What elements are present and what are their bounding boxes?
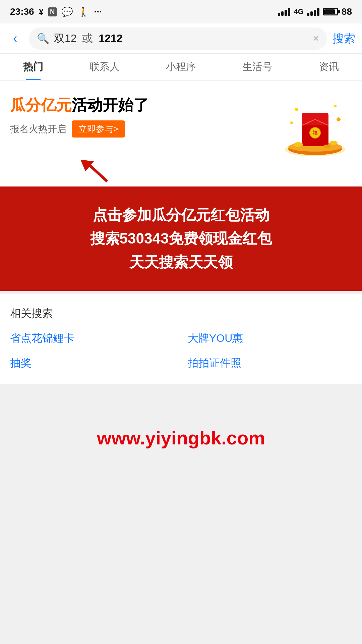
promo-subtitle: 报名火热开启 立即参与> <box>10 120 278 138</box>
walk-icon: 🚶 <box>78 6 89 17</box>
search-button[interactable]: 搜索 <box>333 31 355 46</box>
svg-point-11 <box>337 117 341 121</box>
svg-point-12 <box>290 121 293 124</box>
svg-point-14 <box>329 141 338 145</box>
status-right: 4G 88 <box>278 6 352 17</box>
search-query-display: 双12 或 1212 <box>54 31 308 46</box>
yuan-icon: ¥ <box>39 7 44 17</box>
main-content: 瓜分亿元活动开始了 报名火热开启 立即参与> <box>0 80 362 291</box>
search-query2: 1212 <box>99 32 122 44</box>
website-url[interactable]: www.yiyingbk.com <box>97 427 265 449</box>
red-promo-line1: 点击参加瓜分亿元红包活动 <box>10 203 352 227</box>
signal-icon-2 <box>307 8 319 16</box>
red-promo-box: 点击参加瓜分亿元红包活动 搜索530343免费领现金红包 天天搜索天天领 <box>0 186 362 291</box>
related-section-title: 相关搜索 <box>10 306 352 321</box>
svg-point-10 <box>334 105 337 107</box>
chat-icon: 💬 <box>61 6 73 17</box>
battery-icon <box>323 8 338 15</box>
promo-banner: 瓜分亿元活动开始了 报名火热开启 立即参与> <box>0 80 362 160</box>
nav-bar: ‹ 🔍 双12 或 1212 × 搜索 <box>0 23 362 54</box>
time-display: 23:36 <box>10 6 34 17</box>
clear-button[interactable]: × <box>313 32 319 45</box>
related-item-1[interactable]: 大牌YOU惠 <box>188 331 352 346</box>
network-type: 4G <box>294 7 303 16</box>
arrow-svg <box>67 156 134 183</box>
status-bar: 23:36 ¥ N 💬 🚶 ··· 4G 88 <box>0 0 362 23</box>
join-button[interactable]: 立即参与> <box>72 120 125 138</box>
search-or: 或 <box>82 32 93 44</box>
promo-title: 瓜分亿元活动开始了 <box>10 96 278 114</box>
battery-level: 88 <box>342 6 352 17</box>
news-icon: N <box>48 7 56 16</box>
promo-highlight: 瓜分亿元 <box>10 96 72 114</box>
signal-icon <box>278 8 290 16</box>
back-button[interactable]: ‹ <box>7 30 23 47</box>
tab-contacts[interactable]: 联系人 <box>83 54 126 80</box>
related-item-3[interactable]: 拍拍证件照 <box>188 356 352 371</box>
red-promo-line3: 天天搜索天天领 <box>10 251 352 274</box>
related-item-2[interactable]: 抽奖 <box>10 356 174 371</box>
search-query1: 双12 <box>54 32 77 44</box>
tab-bar: 热门 联系人 小程序 生活号 资讯 <box>0 54 362 80</box>
arrow-area <box>0 160 362 186</box>
search-box[interactable]: 🔍 双12 或 1212 × <box>29 28 327 50</box>
search-icon: 🔍 <box>37 33 49 44</box>
svg-point-15 <box>323 145 330 148</box>
related-grid: 省点花锦鲤卡 大牌YOU惠 抽奖 拍拍证件照 <box>10 331 352 377</box>
tab-miniapp[interactable]: 小程序 <box>159 54 203 80</box>
website-footer: www.yiyingbk.com <box>0 387 362 488</box>
red-promo-line2: 搜索530343免费领现金红包 <box>10 227 352 250</box>
tab-news[interactable]: 资讯 <box>312 54 346 80</box>
svg-point-13 <box>294 142 303 147</box>
related-item-0[interactable]: 省点花锦鲤卡 <box>10 331 174 346</box>
related-section: 相关搜索 省点花锦鲤卡 大牌YOU惠 抽奖 拍拍证件照 <box>0 294 362 384</box>
svg-text:福: 福 <box>312 130 317 136</box>
more-icon: ··· <box>94 6 102 17</box>
promo-text-area: 瓜分亿元活动开始了 报名火热开启 立即参与> <box>10 93 278 138</box>
promo-subtitle-text: 报名火热开启 <box>10 123 66 136</box>
redpacket-svg: 福 <box>278 93 352 160</box>
svg-point-9 <box>295 108 298 111</box>
status-left: 23:36 ¥ N 💬 🚶 ··· <box>10 6 102 17</box>
tab-life[interactable]: 生活号 <box>236 54 279 80</box>
svg-line-16 <box>87 163 107 181</box>
tab-hot[interactable]: 热门 <box>16 54 50 80</box>
promo-normal: 活动开始了 <box>72 96 149 114</box>
promo-image: 福 <box>278 93 352 160</box>
